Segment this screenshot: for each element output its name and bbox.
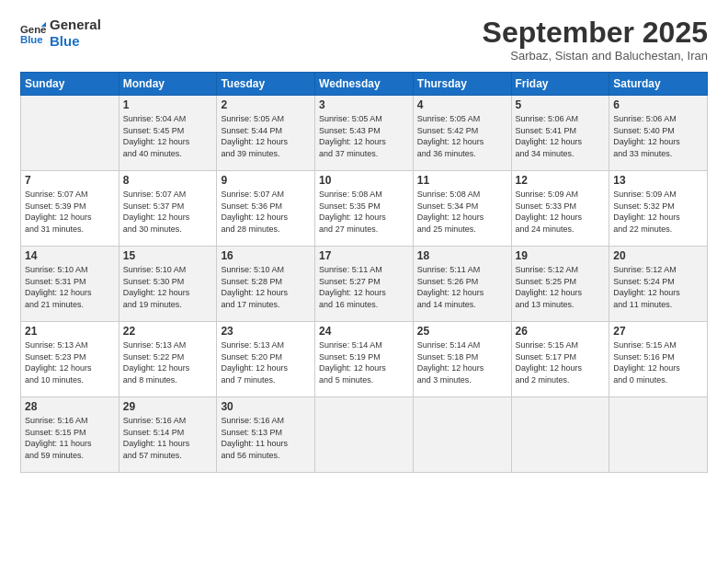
col-wednesday: Wednesday <box>315 73 414 96</box>
cell-info: Sunrise: 5:07 AMSunset: 5:39 PMDaylight:… <box>25 189 115 235</box>
cell-info: Sunrise: 5:07 AMSunset: 5:36 PMDaylight:… <box>221 189 311 235</box>
col-monday: Monday <box>119 73 217 96</box>
cell-info: Sunrise: 5:16 AMSunset: 5:13 PMDaylight:… <box>221 415 311 461</box>
table-row <box>413 397 511 473</box>
table-row: 9Sunrise: 5:07 AMSunset: 5:36 PMDaylight… <box>217 171 315 247</box>
cell-info: Sunrise: 5:08 AMSunset: 5:34 PMDaylight:… <box>417 189 507 235</box>
logo-icon: General Blue <box>20 20 46 46</box>
calendar-week-row: 28Sunrise: 5:16 AMSunset: 5:15 PMDayligh… <box>21 397 708 473</box>
table-row: 4Sunrise: 5:05 AMSunset: 5:42 PMDaylight… <box>413 96 511 171</box>
table-row: 23Sunrise: 5:13 AMSunset: 5:20 PMDayligh… <box>217 322 315 397</box>
day-number: 19 <box>516 249 606 262</box>
day-number: 10 <box>319 174 409 187</box>
table-row <box>511 397 609 473</box>
cell-info: Sunrise: 5:05 AMSunset: 5:42 PMDaylight:… <box>417 113 507 159</box>
cell-info: Sunrise: 5:16 AMSunset: 5:15 PMDaylight:… <box>25 415 115 461</box>
table-row: 16Sunrise: 5:10 AMSunset: 5:28 PMDayligh… <box>217 247 315 322</box>
month-title: September 2025 <box>483 17 708 49</box>
day-number: 26 <box>516 325 606 338</box>
cell-info: Sunrise: 5:10 AMSunset: 5:28 PMDaylight:… <box>221 264 311 310</box>
col-sunday: Sunday <box>21 73 119 96</box>
cell-info: Sunrise: 5:13 AMSunset: 5:22 PMDaylight:… <box>123 339 213 385</box>
table-row: 10Sunrise: 5:08 AMSunset: 5:35 PMDayligh… <box>315 171 414 247</box>
cell-info: Sunrise: 5:05 AMSunset: 5:44 PMDaylight:… <box>221 113 311 159</box>
calendar-week-row: 14Sunrise: 5:10 AMSunset: 5:31 PMDayligh… <box>21 247 708 322</box>
cell-info: Sunrise: 5:14 AMSunset: 5:19 PMDaylight:… <box>319 339 409 385</box>
table-row: 29Sunrise: 5:16 AMSunset: 5:14 PMDayligh… <box>119 397 217 473</box>
day-number: 29 <box>123 400 213 413</box>
table-row: 27Sunrise: 5:15 AMSunset: 5:16 PMDayligh… <box>609 322 708 397</box>
cell-info: Sunrise: 5:07 AMSunset: 5:37 PMDaylight:… <box>123 189 213 235</box>
title-block: September 2025 Sarbaz, Sistan and Baluch… <box>483 17 708 63</box>
day-number: 21 <box>25 325 115 338</box>
table-row: 11Sunrise: 5:08 AMSunset: 5:34 PMDayligh… <box>413 171 511 247</box>
cell-info: Sunrise: 5:11 AMSunset: 5:26 PMDaylight:… <box>417 264 507 310</box>
day-number: 27 <box>613 325 703 338</box>
cell-info: Sunrise: 5:06 AMSunset: 5:40 PMDaylight:… <box>613 113 703 159</box>
table-row: 7Sunrise: 5:07 AMSunset: 5:39 PMDaylight… <box>21 171 119 247</box>
table-row: 19Sunrise: 5:12 AMSunset: 5:25 PMDayligh… <box>511 247 609 322</box>
day-number: 17 <box>319 249 409 262</box>
cell-info: Sunrise: 5:11 AMSunset: 5:27 PMDaylight:… <box>319 264 409 310</box>
day-number: 13 <box>613 174 703 187</box>
col-tuesday: Tuesday <box>217 73 315 96</box>
cell-info: Sunrise: 5:09 AMSunset: 5:32 PMDaylight:… <box>613 189 703 235</box>
table-row: 14Sunrise: 5:10 AMSunset: 5:31 PMDayligh… <box>21 247 119 322</box>
location: Sarbaz, Sistan and Baluchestan, Iran <box>483 49 708 63</box>
table-row: 15Sunrise: 5:10 AMSunset: 5:30 PMDayligh… <box>119 247 217 322</box>
day-number: 2 <box>221 98 311 111</box>
table-row <box>609 397 708 473</box>
col-friday: Friday <box>511 73 609 96</box>
cell-info: Sunrise: 5:13 AMSunset: 5:20 PMDaylight:… <box>221 339 311 385</box>
cell-info: Sunrise: 5:09 AMSunset: 5:33 PMDaylight:… <box>516 189 606 235</box>
cell-info: Sunrise: 5:14 AMSunset: 5:18 PMDaylight:… <box>417 339 507 385</box>
header: General Blue General Blue September 2025… <box>20 17 708 63</box>
day-number: 12 <box>516 174 606 187</box>
cell-info: Sunrise: 5:13 AMSunset: 5:23 PMDaylight:… <box>25 339 115 385</box>
table-row: 8Sunrise: 5:07 AMSunset: 5:37 PMDaylight… <box>119 171 217 247</box>
day-number: 16 <box>221 249 311 262</box>
table-row: 24Sunrise: 5:14 AMSunset: 5:19 PMDayligh… <box>315 322 414 397</box>
svg-text:Blue: Blue <box>20 34 43 45</box>
calendar-week-row: 7Sunrise: 5:07 AMSunset: 5:39 PMDaylight… <box>21 171 708 247</box>
col-thursday: Thursday <box>413 73 511 96</box>
table-row: 1Sunrise: 5:04 AMSunset: 5:45 PMDaylight… <box>119 96 217 171</box>
calendar-header-row: Sunday Monday Tuesday Wednesday Thursday… <box>21 73 708 96</box>
table-row: 28Sunrise: 5:16 AMSunset: 5:15 PMDayligh… <box>21 397 119 473</box>
day-number: 6 <box>613 98 703 111</box>
day-number: 20 <box>613 249 703 262</box>
day-number: 18 <box>417 249 507 262</box>
day-number: 23 <box>221 325 311 338</box>
day-number: 15 <box>123 249 213 262</box>
table-row <box>21 96 119 171</box>
col-saturday: Saturday <box>609 73 708 96</box>
table-row: 20Sunrise: 5:12 AMSunset: 5:24 PMDayligh… <box>609 247 708 322</box>
table-row: 6Sunrise: 5:06 AMSunset: 5:40 PMDaylight… <box>609 96 708 171</box>
cell-info: Sunrise: 5:15 AMSunset: 5:16 PMDaylight:… <box>613 339 703 385</box>
cell-info: Sunrise: 5:10 AMSunset: 5:31 PMDaylight:… <box>25 264 115 310</box>
table-row: 26Sunrise: 5:15 AMSunset: 5:17 PMDayligh… <box>511 322 609 397</box>
day-number: 1 <box>123 98 213 111</box>
day-number: 28 <box>25 400 115 413</box>
cell-info: Sunrise: 5:08 AMSunset: 5:35 PMDaylight:… <box>319 189 409 235</box>
cell-info: Sunrise: 5:15 AMSunset: 5:17 PMDaylight:… <box>516 339 606 385</box>
table-row: 25Sunrise: 5:14 AMSunset: 5:18 PMDayligh… <box>413 322 511 397</box>
day-number: 8 <box>123 174 213 187</box>
day-number: 22 <box>123 325 213 338</box>
table-row: 5Sunrise: 5:06 AMSunset: 5:41 PMDaylight… <box>511 96 609 171</box>
table-row: 13Sunrise: 5:09 AMSunset: 5:32 PMDayligh… <box>609 171 708 247</box>
day-number: 24 <box>319 325 409 338</box>
calendar-table: Sunday Monday Tuesday Wednesday Thursday… <box>20 72 708 473</box>
cell-info: Sunrise: 5:12 AMSunset: 5:25 PMDaylight:… <box>516 264 606 310</box>
table-row: 3Sunrise: 5:05 AMSunset: 5:43 PMDaylight… <box>315 96 414 171</box>
table-row: 21Sunrise: 5:13 AMSunset: 5:23 PMDayligh… <box>21 322 119 397</box>
cell-info: Sunrise: 5:06 AMSunset: 5:41 PMDaylight:… <box>516 113 606 159</box>
day-number: 9 <box>221 174 311 187</box>
day-number: 4 <box>417 98 507 111</box>
day-number: 25 <box>417 325 507 338</box>
logo-text: General Blue <box>50 17 101 50</box>
calendar-week-row: 1Sunrise: 5:04 AMSunset: 5:45 PMDaylight… <box>21 96 708 171</box>
table-row <box>315 397 414 473</box>
cell-info: Sunrise: 5:16 AMSunset: 5:14 PMDaylight:… <box>123 415 213 461</box>
calendar-week-row: 21Sunrise: 5:13 AMSunset: 5:23 PMDayligh… <box>21 322 708 397</box>
